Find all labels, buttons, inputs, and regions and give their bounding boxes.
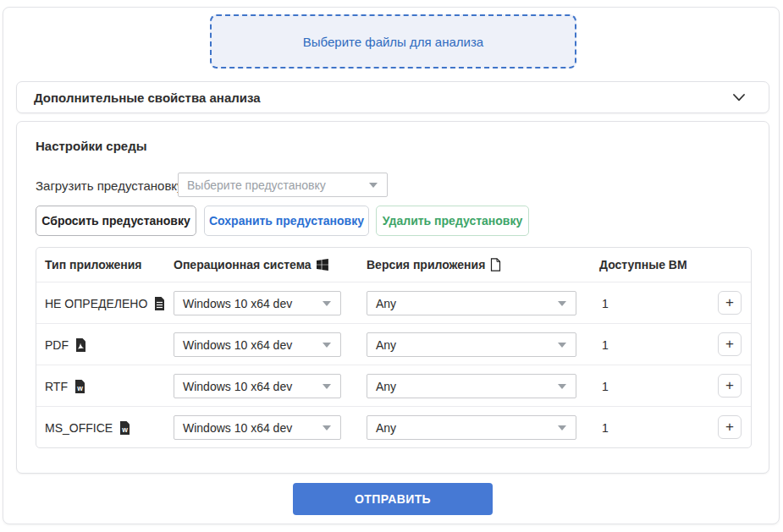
version-select-value: Any [376,338,396,352]
app-type-cell: RTF w [45,365,85,407]
additional-properties-title: Дополнительные свойства анализа [34,90,261,105]
preset-select[interactable]: Выберите предустановку [178,173,388,197]
available-vms-value: 1 [602,282,609,324]
os-select[interactable]: Windows 10 x64 dev [174,374,341,398]
version-select[interactable]: Any [367,374,576,398]
version-select-value: Any [376,297,396,310]
windows-logo-icon [317,259,328,271]
add-vm-button[interactable]: + [718,374,742,398]
additional-properties-panel[interactable]: Дополнительные свойства анализа [16,81,769,113]
svg-text:w: w [121,425,128,434]
caret-down-icon [323,301,331,306]
header-os-label: Операционная система [174,258,312,271]
os-select-value: Windows 10 x64 dev [183,297,292,310]
os-select-value: Windows 10 x64 dev [183,380,292,393]
reset-preset-button[interactable]: Сбросить предустановку [36,206,196,236]
file-lines-icon [154,297,165,310]
save-preset-button[interactable]: Сохранить предустановку [204,206,369,236]
dropzone-label: Выберите файлы для анализа [303,35,483,49]
caret-down-icon [323,343,331,348]
svg-text:w: w [76,384,83,392]
header-os: Операционная система [174,248,328,282]
file-outline-icon [490,258,501,271]
available-vms-value: 1 [602,407,609,448]
preset-select-placeholder: Выберите предустановку [187,178,326,192]
delete-preset-button[interactable]: Удалить предустановку [376,206,529,236]
word-file-icon: w [74,380,85,393]
header-app-version: Версия приложения [367,248,501,282]
version-select[interactable]: Any [367,415,576,440]
table-row: НЕ ОПРЕДЕЛЕНО Windows 10 x64 dev Any 1 [36,282,751,323]
file-dropzone[interactable]: Выберите файлы для анализа [210,14,576,69]
os-select[interactable]: Windows 10 x64 dev [174,291,341,315]
os-select-value: Windows 10 x64 dev [183,421,292,435]
app-type-cell: НЕ ОПРЕДЕЛЕНО [45,282,165,324]
table-row: PDF Windows 10 x64 dev Any 1 + [36,323,751,365]
caret-down-icon [558,343,566,348]
header-app-type-label: Тип приложения [45,258,141,271]
version-select[interactable]: Any [367,332,576,357]
environment-settings-title: Настройки среды [36,139,146,153]
add-vm-button[interactable]: + [718,332,742,356]
table-row: MS_OFFICE w Windows 10 x64 dev Any 1 [36,406,751,447]
add-vm-button[interactable]: + [718,291,742,315]
caret-down-icon [558,425,566,431]
main-container: Выберите файлы для анализа Дополнительны… [3,7,780,524]
version-select-value: Any [376,421,396,435]
caret-down-icon [369,183,378,188]
version-select-value: Any [376,380,396,393]
available-vms-value: 1 [602,365,609,407]
table-header-row: Тип приложения Операционная система Верс… [36,248,751,282]
table-row: RTF w Windows 10 x64 dev Any 1 + [36,365,751,406]
app-type-cell: MS_OFFICE w [45,407,130,448]
app-type-label: НЕ ОПРЕДЕЛЕНО [45,297,147,310]
environment-settings-panel: Настройки среды Загрузить предустановку … [16,121,769,474]
caret-down-icon [558,384,566,389]
os-select[interactable]: Windows 10 x64 dev [174,415,341,440]
header-app-version-label: Версия приложения [367,258,485,271]
caret-down-icon [323,425,331,431]
chevron-down-icon[interactable] [733,94,745,101]
app-type-label: MS_OFFICE [45,421,113,435]
word-file-icon: w [119,421,130,435]
header-app-type: Тип приложения [45,248,141,282]
analysis-upload-page: Выберите файлы для анализа Дополнительны… [0,0,783,532]
load-preset-label: Загрузить предустановку [36,178,184,193]
available-vms-value: 1 [602,324,609,365]
app-type-label: PDF [45,338,69,352]
add-vm-button[interactable]: + [718,415,742,439]
header-available-vms: Доступные ВМ [599,248,687,282]
os-select[interactable]: Windows 10 x64 dev [174,332,341,357]
version-select[interactable]: Any [367,291,576,315]
header-available-vms-label: Доступные ВМ [599,258,687,271]
app-type-cell: PDF [45,324,86,365]
caret-down-icon [558,301,566,306]
vm-config-table: Тип приложения Операционная система Верс… [36,247,752,448]
submit-button[interactable]: ОТПРАВИТЬ [293,483,493,515]
pdf-file-icon [75,338,86,352]
caret-down-icon [323,384,331,389]
os-select-value: Windows 10 x64 dev [183,338,292,352]
app-type-label: RTF [45,380,68,393]
